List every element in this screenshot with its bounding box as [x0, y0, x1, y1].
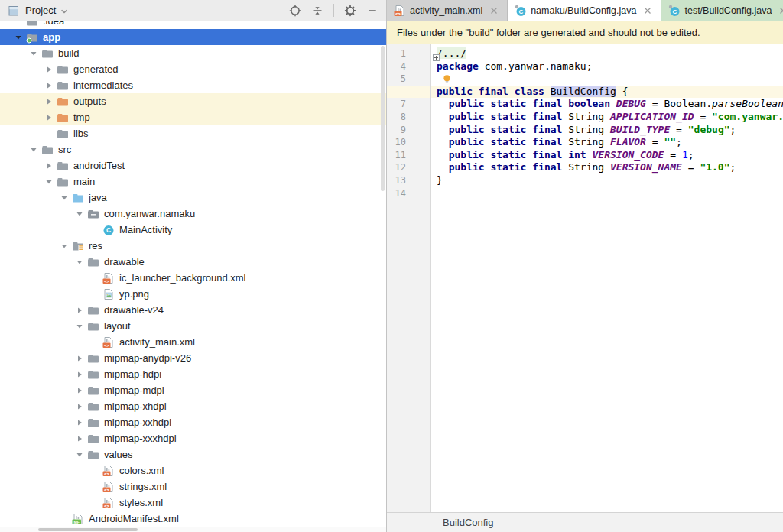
tree-item-generated[interactable]: generated: [0, 61, 386, 77]
chevron-right-icon[interactable]: [72, 401, 87, 413]
tree-item-drawable-v24[interactable]: drawable-v24: [0, 302, 386, 318]
chevron-down-icon[interactable]: [26, 47, 41, 60]
svg-text:<>: <>: [104, 342, 109, 347]
chevron-right-icon[interactable]: [72, 368, 87, 381]
tree-item-strings-xml[interactable]: <>strings.xml: [0, 478, 386, 495]
folder-gray-icon: [87, 352, 101, 365]
tree-item-styles-xml[interactable]: <>styles.xml: [0, 495, 386, 511]
chevron-down-icon[interactable]: [57, 240, 72, 252]
chevron-down-icon[interactable]: [41, 176, 57, 188]
chevron-down-icon[interactable]: [72, 208, 87, 220]
project-panel-toolbar: [289, 4, 379, 17]
chevron-down-icon[interactable]: [11, 31, 26, 44]
chevron-down-icon[interactable]: [60, 6, 69, 15]
fold-expand-icon[interactable]: [433, 50, 440, 57]
tree-item-app[interactable]: app: [0, 29, 386, 45]
tree-item-mipmap-anydpi-v26[interactable]: mipmap-anydpi-v26: [0, 350, 386, 366]
code-line-4: package com.yanwar.namaku;: [437, 60, 783, 73]
tree-item--idea[interactable]: .idea: [0, 21, 386, 29]
settings-icon[interactable]: [344, 5, 356, 17]
chevron-down-icon[interactable]: [57, 192, 72, 204]
chevron-down-icon[interactable]: [72, 449, 87, 461]
folder-gray-icon: [87, 304, 101, 316]
tab-label: test/BuildConfig.java: [684, 5, 772, 16]
tab-test-buildconfig-java[interactable]: Ctest/BuildConfig.java: [661, 0, 783, 21]
tree-item-mipmap-hdpi[interactable]: mipmap-hdpi: [0, 366, 386, 382]
chevron-down-icon[interactable]: [72, 320, 87, 332]
locate-icon[interactable]: [289, 5, 301, 17]
tree-vscrollbar-thumb[interactable]: [381, 46, 385, 191]
chevron-right-icon[interactable]: [72, 384, 87, 397]
chevron-right-icon[interactable]: [72, 417, 87, 429]
chevron-down-icon[interactable]: [26, 144, 41, 156]
code-editor[interactable]: 14567891011121314 /.../package com.yanwa…: [387, 44, 783, 512]
tree-item-values[interactable]: values: [0, 446, 386, 462]
tree-item-mipmap-xhdpi[interactable]: mipmap-xhdpi: [0, 398, 386, 414]
chevron-right-icon[interactable]: [41, 96, 57, 108]
code-token: VERSION_NAME: [610, 161, 682, 173]
tree-item-src[interactable]: src: [0, 141, 386, 157]
chevron-right-icon[interactable]: [41, 160, 57, 172]
tab-namaku-buildconfig-java[interactable]: Cnamaku/BuildConfig.java: [508, 0, 661, 21]
tree-item-label: strings.xml: [119, 481, 167, 492]
tree-item-yp-png[interactable]: yp.png: [0, 286, 386, 302]
close-icon[interactable]: [642, 5, 654, 17]
tree-item-ic-launcher-background-xml[interactable]: <>ic_launcher_background.xml: [0, 270, 386, 286]
code-token: public static final: [437, 124, 568, 135]
arrow-spacer: [41, 128, 57, 140]
tree-item-java[interactable]: java: [0, 190, 386, 206]
tree-item-build[interactable]: build: [0, 45, 386, 61]
tree-item-mipmap-mdpi[interactable]: mipmap-mdpi: [0, 382, 386, 398]
chevron-right-icon[interactable]: [72, 433, 87, 445]
folder-gray-icon: [41, 47, 55, 60]
tree-item-tmp[interactable]: tmp: [0, 109, 386, 125]
tree-item-main[interactable]: main: [0, 174, 386, 190]
tree-item-com-yanwar-namaku[interactable]: com.yanwar.namaku: [0, 206, 386, 222]
chevron-right-icon[interactable]: [41, 112, 57, 124]
tree-item-colors-xml[interactable]: <>colors.xml: [0, 462, 386, 478]
tree-item-layout[interactable]: layout: [0, 318, 386, 334]
code-token: ;: [730, 161, 736, 173]
code-token: package: [437, 60, 485, 72]
code-token: public static final boolean: [437, 98, 616, 109]
tree-item-label: mipmap-mdpi: [104, 384, 164, 396]
close-icon[interactable]: [488, 5, 500, 17]
project-panel-title[interactable]: Project: [25, 5, 56, 16]
code-token: DEBUG: [616, 98, 646, 109]
xml-icon: <>: [102, 336, 116, 349]
folder-gray-icon: [57, 160, 70, 172]
chevron-down-icon[interactable]: [72, 256, 87, 268]
tree-item-mipmap-xxhdpi[interactable]: mipmap-xxhdpi: [0, 414, 386, 430]
collapse-all-icon[interactable]: [311, 5, 323, 17]
tree-item-label: java: [89, 192, 107, 203]
tree-item-mipmap-xxxhdpi[interactable]: mipmap-xxxhdpi: [0, 430, 386, 446]
tree-item-intermediates[interactable]: intermediates: [0, 77, 386, 93]
arrow-spacer: [87, 272, 102, 284]
tree-item-outputs[interactable]: outputs: [0, 93, 386, 109]
tree-item-activity-main-xml[interactable]: <>activity_main.xml: [0, 334, 386, 350]
arrow-spacer: [87, 288, 102, 300]
chevron-right-icon[interactable]: [41, 79, 57, 92]
tree-hscrollbar-thumb[interactable]: [38, 528, 138, 531]
code-token: public static final: [437, 161, 568, 173]
tree-item-libs[interactable]: libs: [0, 125, 386, 141]
tree-item-drawable[interactable]: drawable: [0, 254, 386, 270]
tab-activity-main-xml[interactable]: <>activity_main.xml: [387, 0, 508, 21]
folder-blue-icon: [72, 192, 86, 204]
chevron-right-icon[interactable]: [72, 352, 87, 365]
tree-item-res[interactable]: res: [0, 238, 386, 254]
hide-icon[interactable]: [366, 5, 379, 17]
svg-text:<>: <>: [104, 278, 109, 283]
chevron-right-icon[interactable]: [41, 63, 57, 76]
tree-item-label: activity_main.xml: [119, 336, 195, 348]
project-tree: .ideaappbuildgeneratedintermediatesoutpu…: [0, 21, 386, 532]
close-icon[interactable]: [777, 5, 783, 17]
chevron-right-icon[interactable]: [72, 304, 87, 316]
intention-lightbulb-icon[interactable]: [443, 74, 451, 83]
breadcrumb-item[interactable]: BuildConfig: [443, 517, 494, 528]
tab-label: activity_main.xml: [410, 5, 482, 16]
tree-item-androidmanifest-xml[interactable]: MFAndroidManifest.xml: [0, 511, 386, 527]
folder-gray-icon: [87, 433, 101, 445]
tree-item-mainactivity[interactable]: CMainActivity: [0, 222, 386, 238]
tree-item-androidtest[interactable]: androidTest: [0, 157, 386, 174]
